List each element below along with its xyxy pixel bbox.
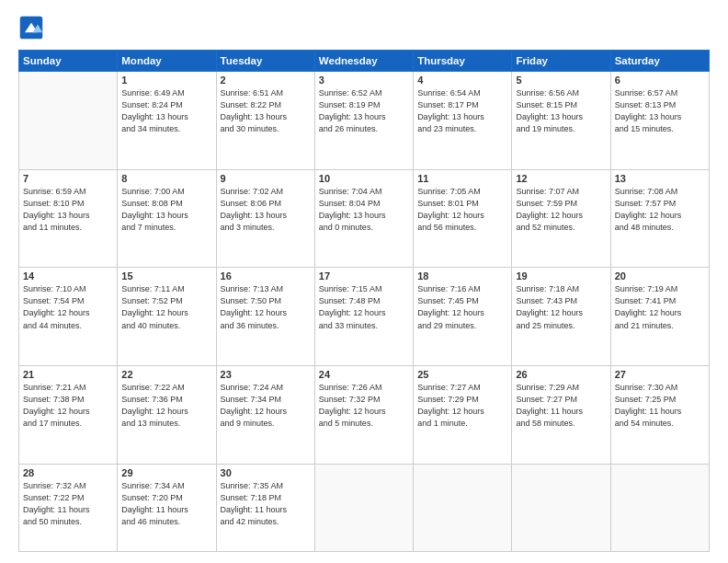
logo-icon: [18, 15, 44, 40]
day-number: 17: [319, 270, 409, 282]
day-number: 13: [615, 173, 705, 184]
day-info: Sunrise: 7:35 AM Sunset: 7:18 PM Dayligh…: [221, 480, 311, 528]
day-number: 6: [615, 75, 705, 86]
calendar-cell: [512, 464, 610, 551]
calendar-cell: 15Sunrise: 7:11 AM Sunset: 7:52 PM Dayli…: [118, 268, 216, 366]
calendar-header-row: SundayMondayTuesdayWednesdayThursdayFrid…: [19, 51, 710, 72]
day-number: 26: [516, 369, 606, 380]
calendar-header-thursday: Thursday: [414, 51, 512, 72]
day-number: 22: [121, 369, 211, 380]
day-number: 29: [121, 467, 211, 478]
calendar-cell: 20Sunrise: 7:19 AM Sunset: 7:41 PM Dayli…: [610, 268, 709, 366]
calendar-cell: [610, 464, 709, 551]
day-number: 19: [516, 270, 606, 282]
calendar-cell: 11Sunrise: 7:05 AM Sunset: 8:01 PM Dayli…: [414, 169, 512, 268]
calendar-cell: 6Sunrise: 6:57 AM Sunset: 8:13 PM Daylig…: [610, 72, 709, 170]
calendar-cell: 18Sunrise: 7:16 AM Sunset: 7:45 PM Dayli…: [414, 268, 512, 366]
calendar-cell: [414, 464, 512, 551]
calendar-cell: 16Sunrise: 7:13 AM Sunset: 7:50 PM Dayli…: [216, 268, 314, 366]
day-number: 14: [23, 270, 113, 282]
day-info: Sunrise: 7:24 AM Sunset: 7:34 PM Dayligh…: [221, 382, 311, 430]
calendar-header-wednesday: Wednesday: [314, 51, 413, 72]
day-info: Sunrise: 7:00 AM Sunset: 8:08 PM Dayligh…: [121, 186, 211, 234]
day-info: Sunrise: 7:32 AM Sunset: 7:22 PM Dayligh…: [23, 480, 113, 528]
day-number: 2: [221, 75, 311, 86]
day-number: 30: [221, 467, 311, 478]
day-info: Sunrise: 7:26 AM Sunset: 7:32 PM Dayligh…: [319, 382, 409, 430]
calendar-cell: 7Sunrise: 6:59 AM Sunset: 8:10 PM Daylig…: [19, 169, 118, 268]
day-info: Sunrise: 7:11 AM Sunset: 7:52 PM Dayligh…: [121, 283, 211, 331]
day-info: Sunrise: 7:18 AM Sunset: 7:43 PM Dayligh…: [516, 283, 606, 331]
calendar-week-1: 1Sunrise: 6:49 AM Sunset: 8:24 PM Daylig…: [19, 72, 710, 170]
day-info: Sunrise: 6:59 AM Sunset: 8:10 PM Dayligh…: [23, 186, 113, 234]
calendar-cell: 8Sunrise: 7:00 AM Sunset: 8:08 PM Daylig…: [118, 169, 216, 268]
calendar-cell: 28Sunrise: 7:32 AM Sunset: 7:22 PM Dayli…: [19, 464, 118, 551]
day-info: Sunrise: 6:49 AM Sunset: 8:24 PM Dayligh…: [121, 87, 211, 135]
calendar-cell: 21Sunrise: 7:21 AM Sunset: 7:38 PM Dayli…: [19, 366, 118, 465]
logo: [18, 15, 46, 40]
calendar-cell: 4Sunrise: 6:54 AM Sunset: 8:17 PM Daylig…: [414, 72, 512, 170]
calendar-cell: 24Sunrise: 7:26 AM Sunset: 7:32 PM Dayli…: [314, 366, 413, 465]
calendar-cell: 27Sunrise: 7:30 AM Sunset: 7:25 PM Dayli…: [610, 366, 709, 465]
day-number: 15: [121, 270, 211, 282]
day-number: 24: [319, 369, 409, 380]
day-info: Sunrise: 7:07 AM Sunset: 7:59 PM Dayligh…: [516, 186, 606, 234]
day-info: Sunrise: 7:05 AM Sunset: 8:01 PM Dayligh…: [417, 186, 507, 234]
day-number: 27: [615, 369, 705, 380]
day-number: 12: [516, 173, 606, 184]
day-number: 16: [221, 270, 311, 282]
day-info: Sunrise: 6:52 AM Sunset: 8:19 PM Dayligh…: [319, 87, 409, 135]
day-number: 8: [121, 173, 211, 184]
day-info: Sunrise: 7:16 AM Sunset: 7:45 PM Dayligh…: [417, 283, 507, 331]
day-number: 11: [417, 173, 507, 184]
day-number: 28: [23, 467, 113, 478]
calendar-header-monday: Monday: [118, 51, 216, 72]
calendar-cell: 3Sunrise: 6:52 AM Sunset: 8:19 PM Daylig…: [314, 72, 413, 170]
day-info: Sunrise: 7:08 AM Sunset: 7:57 PM Dayligh…: [615, 186, 705, 234]
calendar-week-2: 7Sunrise: 6:59 AM Sunset: 8:10 PM Daylig…: [19, 169, 710, 268]
day-number: 9: [221, 173, 311, 184]
day-number: 4: [417, 75, 507, 86]
day-info: Sunrise: 7:04 AM Sunset: 8:04 PM Dayligh…: [319, 186, 409, 234]
calendar-week-4: 21Sunrise: 7:21 AM Sunset: 7:38 PM Dayli…: [19, 366, 710, 465]
calendar-cell: 17Sunrise: 7:15 AM Sunset: 7:48 PM Dayli…: [314, 268, 413, 366]
day-number: 1: [121, 75, 211, 86]
day-info: Sunrise: 6:56 AM Sunset: 8:15 PM Dayligh…: [516, 87, 606, 135]
calendar-header-sunday: Sunday: [19, 51, 118, 72]
day-number: 7: [23, 173, 113, 184]
calendar-cell: 19Sunrise: 7:18 AM Sunset: 7:43 PM Dayli…: [512, 268, 610, 366]
calendar-cell: [314, 464, 413, 551]
calendar-cell: 26Sunrise: 7:29 AM Sunset: 7:27 PM Dayli…: [512, 366, 610, 465]
calendar-cell: 9Sunrise: 7:02 AM Sunset: 8:06 PM Daylig…: [216, 169, 314, 268]
calendar-cell: 30Sunrise: 7:35 AM Sunset: 7:18 PM Dayli…: [216, 464, 314, 551]
calendar-cell: [19, 72, 118, 170]
day-info: Sunrise: 7:34 AM Sunset: 7:20 PM Dayligh…: [121, 480, 211, 528]
day-number: 20: [615, 270, 705, 282]
calendar-cell: 23Sunrise: 7:24 AM Sunset: 7:34 PM Dayli…: [216, 366, 314, 465]
calendar-cell: 2Sunrise: 6:51 AM Sunset: 8:22 PM Daylig…: [216, 72, 314, 170]
day-info: Sunrise: 7:19 AM Sunset: 7:41 PM Dayligh…: [615, 283, 705, 331]
day-info: Sunrise: 7:02 AM Sunset: 8:06 PM Dayligh…: [221, 186, 311, 234]
day-info: Sunrise: 7:27 AM Sunset: 7:29 PM Dayligh…: [417, 382, 507, 430]
day-info: Sunrise: 7:30 AM Sunset: 7:25 PM Dayligh…: [615, 382, 705, 430]
calendar-cell: 13Sunrise: 7:08 AM Sunset: 7:57 PM Dayli…: [610, 169, 709, 268]
day-info: Sunrise: 6:57 AM Sunset: 8:13 PM Dayligh…: [615, 87, 705, 135]
calendar-header-saturday: Saturday: [610, 51, 709, 72]
day-info: Sunrise: 7:22 AM Sunset: 7:36 PM Dayligh…: [121, 382, 211, 430]
day-info: Sunrise: 6:54 AM Sunset: 8:17 PM Dayligh…: [417, 87, 507, 135]
calendar-cell: 25Sunrise: 7:27 AM Sunset: 7:29 PM Dayli…: [414, 366, 512, 465]
day-number: 21: [23, 369, 113, 380]
day-number: 10: [319, 173, 409, 184]
page: SundayMondayTuesdayWednesdayThursdayFrid…: [0, 0, 728, 563]
calendar-week-3: 14Sunrise: 7:10 AM Sunset: 7:54 PM Dayli…: [19, 268, 710, 366]
calendar-cell: 22Sunrise: 7:22 AM Sunset: 7:36 PM Dayli…: [118, 366, 216, 465]
calendar-week-5: 28Sunrise: 7:32 AM Sunset: 7:22 PM Dayli…: [19, 464, 710, 551]
day-number: 3: [319, 75, 409, 86]
calendar-cell: 5Sunrise: 6:56 AM Sunset: 8:15 PM Daylig…: [512, 72, 610, 170]
calendar-cell: 29Sunrise: 7:34 AM Sunset: 7:20 PM Dayli…: [118, 464, 216, 551]
calendar-cell: 12Sunrise: 7:07 AM Sunset: 7:59 PM Dayli…: [512, 169, 610, 268]
calendar-cell: 10Sunrise: 7:04 AM Sunset: 8:04 PM Dayli…: [314, 169, 413, 268]
day-info: Sunrise: 6:51 AM Sunset: 8:22 PM Dayligh…: [221, 87, 311, 135]
day-info: Sunrise: 7:10 AM Sunset: 7:54 PM Dayligh…: [23, 283, 113, 331]
calendar-cell: 14Sunrise: 7:10 AM Sunset: 7:54 PM Dayli…: [19, 268, 118, 366]
